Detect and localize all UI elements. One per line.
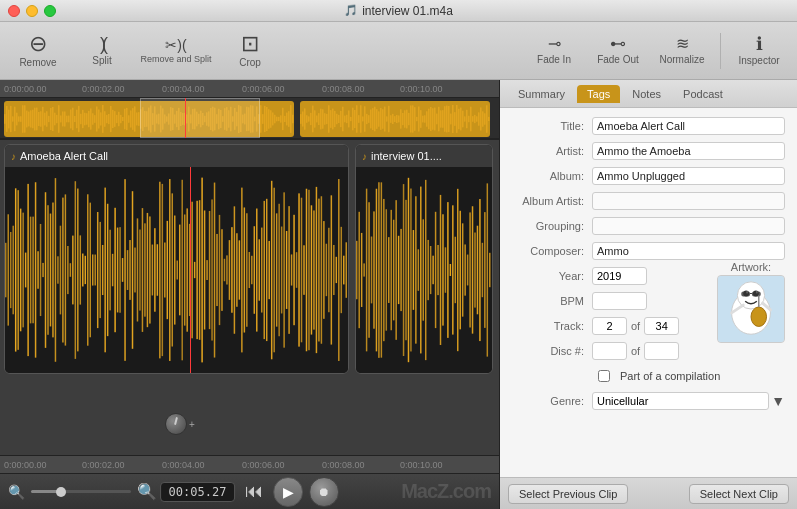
svg-rect-396: [400, 229, 401, 311]
genre-dropdown-icon[interactable]: ▼: [771, 393, 785, 409]
overview-waveform[interactable]: [0, 98, 499, 140]
waveform-svg-1: [5, 167, 348, 373]
next-clip-button[interactable]: Select Next Clip: [689, 484, 789, 504]
inspector-button[interactable]: ℹ Inspector: [729, 26, 789, 76]
svg-rect-50: [104, 111, 106, 127]
title-input[interactable]: [592, 117, 785, 135]
ruler-tick-3: 0:00:06.00: [242, 84, 285, 94]
svg-rect-183: [376, 109, 378, 129]
svg-rect-51: [106, 115, 108, 123]
clip-amoeba-alert[interactable]: ♪ Amoeba Alert Call: [4, 144, 349, 374]
disc-number-input[interactable]: [592, 342, 627, 360]
album-input[interactable]: [592, 167, 785, 185]
zoom-slider[interactable]: [31, 490, 131, 493]
album-artist-input[interactable]: [592, 192, 785, 210]
rewind-button[interactable]: ⏮: [241, 479, 267, 504]
svg-rect-155: [320, 109, 322, 130]
record-button[interactable]: ⏺: [309, 477, 339, 507]
svg-rect-374: [338, 179, 339, 361]
tab-notes[interactable]: Notes: [622, 85, 671, 103]
svg-rect-255: [42, 263, 43, 277]
svg-rect-188: [386, 116, 388, 121]
minimize-button[interactable]: [26, 5, 38, 17]
remove-button[interactable]: ⊖ Remove: [8, 26, 68, 76]
track-number-input[interactable]: [592, 317, 627, 335]
bottom-ruler-tick-4: 0:00:08.00: [322, 460, 365, 470]
svg-rect-172: [354, 110, 356, 128]
remove-split-button[interactable]: ✂)( Remove and Split: [136, 26, 216, 76]
year-input[interactable]: [592, 267, 647, 285]
svg-rect-345: [266, 199, 267, 341]
normalize-button[interactable]: ≋ Normalize: [652, 26, 712, 76]
composer-input[interactable]: [592, 242, 785, 260]
fade-in-button[interactable]: ⊸ Fade In: [524, 26, 584, 76]
svg-rect-48: [100, 112, 102, 125]
svg-rect-27: [58, 105, 60, 133]
svg-rect-171: [352, 108, 354, 131]
svg-rect-336: [244, 207, 245, 332]
svg-rect-378: [356, 241, 357, 299]
svg-rect-371: [331, 195, 332, 344]
track-split: of: [592, 317, 679, 335]
fade-out-button[interactable]: ⊷ Fade Out: [588, 26, 648, 76]
play-button[interactable]: ▶: [273, 477, 303, 507]
bpm-input[interactable]: [592, 292, 647, 310]
grouping-input[interactable]: [592, 217, 785, 235]
svg-rect-205: [420, 110, 422, 128]
svg-rect-290: [129, 240, 130, 300]
svg-rect-178: [366, 114, 368, 124]
tab-podcast[interactable]: Podcast: [673, 85, 733, 103]
artwork-box[interactable]: [717, 275, 785, 343]
maximize-button[interactable]: [44, 5, 56, 17]
clip2-title: interview 01....: [371, 150, 442, 162]
split-button[interactable]: )( Split: [72, 26, 132, 76]
genre-input[interactable]: [592, 392, 769, 410]
artist-input[interactable]: [592, 142, 785, 160]
clip2-header: ♪ interview 01....: [356, 145, 492, 167]
disc-of-label: of: [631, 345, 640, 357]
svg-rect-262: [60, 226, 61, 315]
svg-rect-304: [164, 242, 165, 297]
volume-knob[interactable]: [165, 413, 187, 435]
crop-icon: ⊡: [241, 33, 259, 55]
crop-button[interactable]: ⊡ Crop: [220, 26, 280, 76]
genre-label: Genre:: [512, 395, 592, 407]
svg-rect-327: [221, 229, 222, 311]
zoom-in-icon[interactable]: 🔍: [137, 482, 157, 501]
svg-rect-265: [67, 246, 68, 294]
tags-content: Title: Artist: Album: Album Artist: Grou…: [500, 108, 797, 477]
svg-rect-331: [231, 227, 232, 313]
zoom-out-icon[interactable]: 🔍: [8, 484, 25, 500]
grouping-row: Grouping:: [512, 216, 785, 236]
track-total-input[interactable]: [644, 317, 679, 335]
tab-tags[interactable]: Tags: [577, 85, 620, 103]
svg-rect-303: [162, 184, 163, 356]
svg-rect-264: [65, 194, 66, 345]
disc-total-input[interactable]: [644, 342, 679, 360]
svg-rect-350: [278, 204, 279, 336]
svg-rect-236: [482, 111, 484, 126]
svg-rect-211: [432, 108, 434, 130]
clip-playhead: [190, 167, 191, 373]
svg-rect-295: [142, 208, 143, 332]
svg-rect-431: [487, 183, 488, 356]
svg-rect-319: [201, 178, 202, 363]
svg-rect-420: [459, 211, 460, 330]
svg-rect-417: [452, 205, 453, 334]
clip-interview[interactable]: ♪ interview 01....: [355, 144, 493, 374]
volume-knob-area[interactable]: +: [165, 413, 195, 435]
svg-rect-399: [408, 178, 409, 362]
compilation-checkbox[interactable]: [598, 370, 610, 382]
prev-clip-button[interactable]: Select Previous Clip: [508, 484, 628, 504]
ruler-tick-2: 0:00:04.00: [162, 84, 205, 94]
clip2-icon: ♪: [362, 151, 367, 162]
svg-rect-56: [116, 115, 118, 123]
svg-rect-203: [416, 117, 418, 121]
svg-rect-39: [82, 110, 84, 128]
clips-area[interactable]: ♪ Amoeba Alert Call ♪ interview 01....: [0, 140, 499, 455]
fade-in-icon: ⊸: [548, 36, 561, 52]
normalize-icon: ≋: [676, 36, 689, 52]
close-button[interactable]: [8, 5, 20, 17]
tab-summary[interactable]: Summary: [508, 85, 575, 103]
svg-rect-338: [249, 252, 250, 288]
